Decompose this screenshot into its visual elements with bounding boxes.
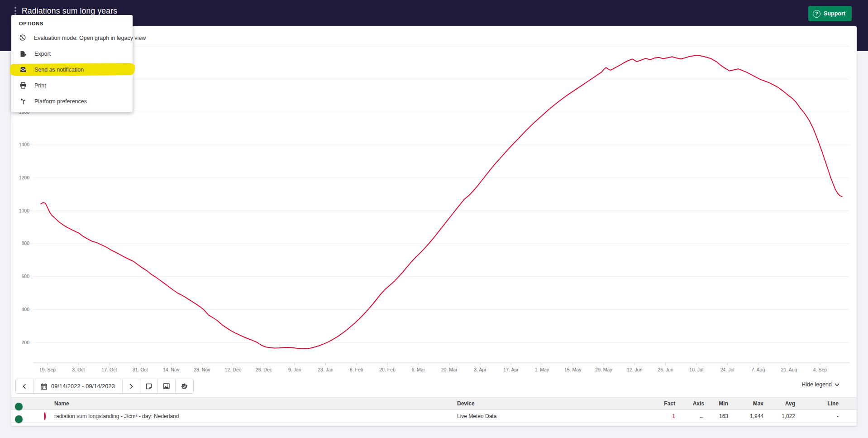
platform-preferences-icon [19, 98, 27, 105]
legend-header-row: Name Device Fact Axis Min Max Avg Line [11, 397, 857, 410]
svg-text:24. Jul: 24. Jul [720, 367, 734, 372]
svg-text:19. Sep: 19. Sep [39, 367, 56, 372]
snapshot-button[interactable] [158, 379, 176, 393]
col-header-max: Max [728, 400, 763, 407]
svg-text:1000: 1000 [19, 208, 30, 213]
svg-text:20. Feb: 20. Feb [379, 367, 396, 372]
settings-button[interactable] [176, 379, 193, 393]
support-button[interactable]: ? Support [808, 6, 852, 21]
svg-text:6. Feb: 6. Feb [350, 367, 363, 372]
svg-text:12. Dec: 12. Dec [225, 367, 241, 372]
series-line: - [795, 413, 839, 419]
svg-text:21. Aug: 21. Aug [781, 367, 797, 372]
menu-item-platform-preferences[interactable]: Platform preferences [11, 93, 133, 109]
svg-text:3. Apr: 3. Apr [474, 367, 486, 372]
menu-item-label: Platform preferences [34, 98, 87, 105]
svg-text:600: 600 [21, 274, 29, 279]
svg-text:14. Nov: 14. Nov [163, 367, 180, 372]
series-axis: ← [675, 413, 704, 419]
series-min: 163 [704, 413, 728, 419]
menu-item-label: Evaluation mode: Open graph in legacy vi… [34, 35, 146, 41]
gridlines [33, 46, 849, 342]
menu-item-label: Send as notification [34, 67, 84, 73]
chevron-right-icon [129, 384, 133, 389]
series-fact: 1 [661, 413, 675, 419]
menu-item-evaluation-mode[interactable]: Evaluation mode: Open graph in legacy vi… [11, 30, 133, 46]
prev-range-button[interactable] [16, 379, 33, 393]
menu-item-label: Print [34, 82, 46, 89]
question-circle-icon: ? [813, 10, 820, 18]
send-notification-icon [19, 66, 27, 73]
series-avg: 1,022 [763, 413, 795, 419]
x-axis-labels: 19. Sep3. Oct17. Oct31. Oct14. Nov28. No… [39, 363, 827, 372]
svg-text:200: 200 [21, 340, 29, 345]
svg-text:28. Nov: 28. Nov [194, 367, 210, 372]
svg-text:29. May: 29. May [595, 367, 612, 372]
chevron-down-icon [835, 383, 839, 386]
menu-item-send-as-notification[interactable]: Send as notification [11, 62, 133, 77]
history-icon [19, 34, 26, 42]
menu-item-print[interactable]: Print [11, 77, 133, 93]
col-header-avg: Avg [763, 400, 795, 407]
svg-text:12. Jun: 12. Jun [627, 367, 643, 372]
svg-text:4. Sep: 4. Sep [813, 367, 827, 372]
svg-text:26. Jun: 26. Jun [658, 367, 673, 372]
svg-text:15. May: 15. May [564, 367, 582, 372]
col-header-name: Name [53, 400, 457, 407]
menu-item-label: Export [34, 51, 51, 57]
series-line [41, 55, 842, 348]
svg-text:800: 800 [21, 241, 29, 246]
support-label: Support [824, 10, 845, 17]
image-icon [163, 383, 170, 389]
svg-text:23. Jan: 23. Jan [318, 367, 334, 372]
hide-legend-toggle[interactable]: Hide legend [801, 381, 839, 388]
page-title: Radiations sum long years [22, 6, 117, 16]
hide-legend-label: Hide legend [801, 381, 832, 388]
svg-text:1200: 1200 [19, 175, 30, 180]
svg-text:7. Aug: 7. Aug [751, 367, 765, 372]
svg-text:20. Mar: 20. Mar [441, 367, 458, 372]
svg-text:1. May: 1. May [535, 367, 549, 372]
date-range-label: 09/14/2022 - 09/14/2023 [51, 383, 115, 390]
options-menu-header: OPTIONS [11, 19, 133, 30]
svg-text:10. Jul: 10. Jul [689, 367, 703, 372]
series-device: Live Meteo Data [457, 413, 661, 419]
col-header-fact: Fact [661, 400, 675, 407]
series-name: radiation sum longstanding - J/cm² - day… [53, 413, 457, 419]
svg-text:17. Apr: 17. Apr [504, 367, 519, 372]
col-header-line: Line [795, 400, 839, 407]
svg-text:31. Oct: 31. Oct [133, 367, 148, 372]
svg-text:9. Jan: 9. Jan [288, 367, 301, 372]
export-icon [19, 50, 27, 58]
series-max: 1,944 [728, 413, 763, 419]
chart-toolbar: 09/14/2022 - 09/14/2023 [15, 379, 194, 394]
options-menu: OPTIONS Evaluation mode: Open graph in l… [11, 15, 133, 112]
col-header-device: Device [457, 400, 661, 407]
note-button[interactable] [140, 379, 158, 393]
gear-icon [181, 383, 188, 390]
print-icon [19, 82, 27, 89]
chart: 20040060080010001200140016001800200019. … [11, 26, 857, 376]
svg-text:3. Oct: 3. Oct [72, 367, 85, 372]
svg-text:400: 400 [21, 307, 29, 312]
series-marker-icon [44, 412, 46, 420]
calendar-icon [41, 383, 47, 390]
legend-table: Name Device Fact Axis Min Max Avg Line r… [11, 397, 857, 423]
svg-text:26. Dec: 26. Dec [256, 367, 272, 372]
menu-item-export[interactable]: Export [11, 46, 133, 62]
next-range-button[interactable] [123, 379, 140, 393]
legend-series-row: radiation sum longstanding - J/cm² - day… [11, 410, 857, 423]
chart-card: 20040060080010001200140016001800200019. … [11, 26, 857, 426]
note-icon [146, 383, 152, 390]
date-range-button[interactable]: 09/14/2022 - 09/14/2023 [33, 379, 123, 393]
svg-text:6. Mar: 6. Mar [411, 367, 425, 372]
col-header-min: Min [704, 400, 728, 407]
chevron-left-icon [23, 384, 26, 389]
col-header-axis: Axis [675, 400, 704, 407]
svg-text:17. Oct: 17. Oct [102, 367, 117, 372]
svg-text:1400: 1400 [19, 142, 30, 147]
